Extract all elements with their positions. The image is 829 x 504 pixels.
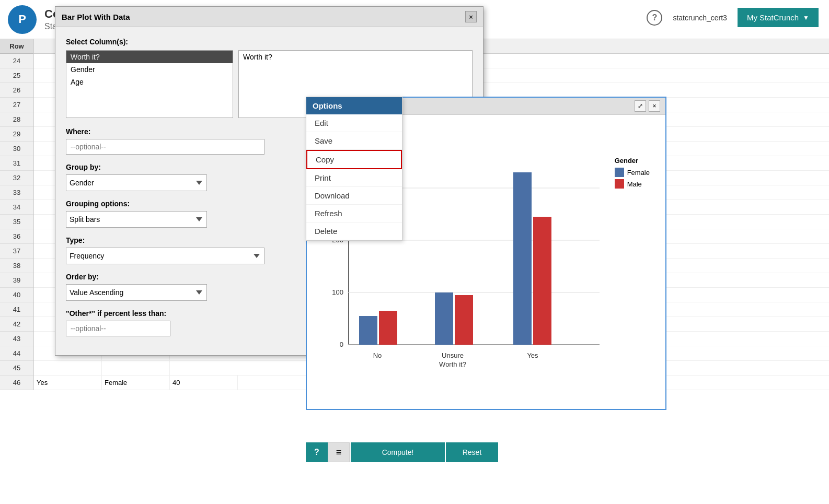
compute-button[interactable]: Compute! — [351, 442, 445, 462]
column-list[interactable]: Worth it? Gender Age — [66, 50, 233, 118]
options-item-download[interactable]: Download — [306, 187, 402, 205]
hamburger-button[interactable]: ≡ — [328, 442, 350, 462]
svg-text:Unsure: Unsure — [442, 351, 464, 359]
options-item-copy[interactable]: Copy — [306, 150, 402, 169]
chart-panel-controls: ⤢ × — [635, 100, 660, 112]
svg-text:100: 100 — [332, 288, 343, 296]
bottom-action-area: ? ≡ Compute! Reset — [306, 442, 498, 462]
where-input[interactable] — [66, 139, 264, 155]
options-menu: Options Edit Save Copy Print Download Re… — [306, 97, 402, 241]
column-list-item-gender[interactable]: Gender — [66, 63, 233, 76]
legend-title: Gender — [615, 157, 650, 165]
dialog-title: Bar Plot With Data — [62, 13, 130, 21]
options-item-refresh[interactable]: Refresh — [306, 205, 402, 222]
column-list-item-worth-it[interactable]: Worth it? — [66, 51, 233, 63]
bottom-help-button[interactable]: ? — [306, 442, 328, 462]
options-menu-header: Options — [306, 97, 402, 114]
group-by-select[interactable]: Gender None Worth it? Age — [66, 174, 207, 191]
help-icon[interactable]: ? — [647, 10, 662, 26]
options-item-delete[interactable]: Delete — [306, 222, 402, 240]
dialog-title-bar: Bar Plot With Data × — [55, 7, 483, 27]
close-chart-icon[interactable]: × — [649, 100, 660, 112]
bar-yes-male — [533, 217, 551, 345]
svg-text:0: 0 — [340, 341, 343, 348]
legend-item-male: Male — [615, 179, 650, 189]
grouping-options-select[interactable]: Split bars Stacked bars — [66, 211, 207, 228]
legend-color-female — [615, 168, 624, 177]
bar-no-female — [359, 316, 377, 345]
chart-legend: Gender Female Male — [615, 157, 650, 191]
bar-unsure-male — [455, 295, 473, 345]
legend-label-male: Male — [627, 180, 642, 188]
legend-color-male — [615, 179, 624, 189]
other-input[interactable] — [66, 321, 170, 336]
row-headers: Row 24 25 26 27 28 29 30 31 32 33 34 35 … — [0, 39, 34, 390]
my-statcrunch-button[interactable]: My StatCrunch — [738, 8, 819, 27]
svg-text:Worth it?: Worth it? — [439, 360, 466, 368]
username-label: statcrunch_cert3 — [673, 14, 727, 22]
svg-text:Yes: Yes — [527, 351, 538, 359]
legend-label-female: Female — [627, 169, 650, 177]
bar-unsure-female — [435, 292, 453, 345]
options-item-edit[interactable]: Edit — [306, 114, 402, 132]
dialog-close-button[interactable]: × — [465, 11, 477, 22]
reset-button[interactable]: Reset — [446, 442, 498, 462]
bar-yes-female — [513, 172, 532, 345]
app-logo: P — [8, 5, 37, 34]
select-columns-label: Select Column(s): — [66, 38, 473, 46]
type-select[interactable]: Frequency Relative Frequency — [66, 248, 264, 264]
svg-text:No: No — [373, 351, 382, 359]
legend-item-female: Female — [615, 168, 650, 177]
column-list-item-age[interactable]: Age — [66, 76, 233, 88]
order-by-select[interactable]: Value Ascending Value Descending Count A… — [66, 284, 207, 301]
bar-no-male — [379, 311, 397, 345]
options-item-save[interactable]: Save — [306, 132, 402, 150]
top-right-area: ? statcrunch_cert3 My StatCrunch — [647, 8, 819, 27]
options-item-print[interactable]: Print — [306, 169, 402, 187]
expand-icon[interactable]: ⤢ — [635, 100, 646, 112]
row-header-label: Row — [0, 39, 33, 54]
